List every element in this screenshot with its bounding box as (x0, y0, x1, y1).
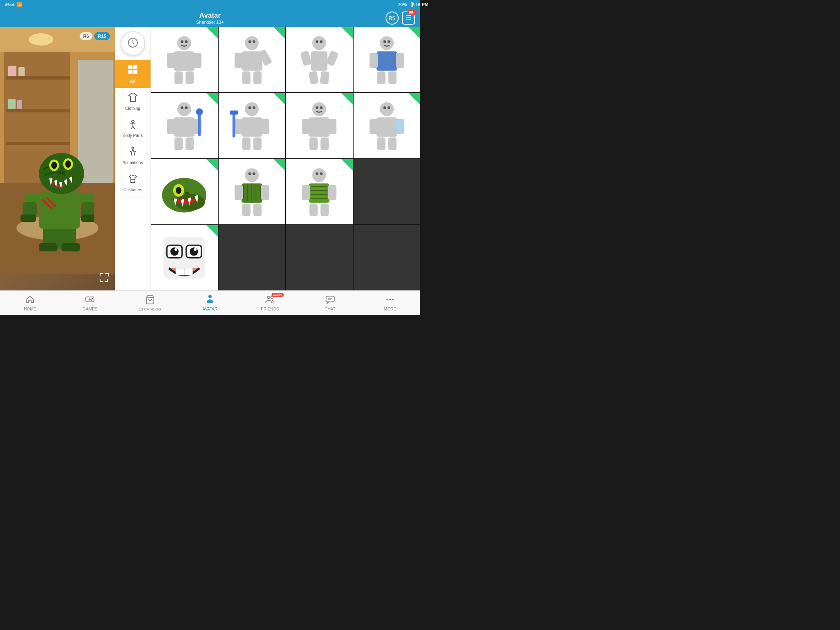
category-body-parts[interactable]: Body Parts (115, 115, 151, 142)
avatar-preview: R6 R15 (0, 27, 115, 290)
category-clothing[interactable]: Clothing (115, 88, 151, 115)
svg-rect-106 (232, 113, 235, 137)
svg-rect-84 (377, 71, 385, 84)
header: Avatar Sharksie: 13+ RS ☰ 99+ (0, 9, 420, 27)
item-13[interactable] (151, 225, 218, 290)
item-16 (354, 225, 420, 290)
svg-point-178 (92, 298, 93, 299)
svg-point-87 (387, 40, 390, 43)
svg-point-68 (248, 40, 251, 43)
svg-rect-57 (175, 71, 183, 84)
svg-rect-113 (302, 119, 310, 134)
svg-rect-15 (39, 243, 57, 251)
svg-rect-22 (23, 202, 37, 217)
svg-point-108 (248, 106, 251, 109)
category-costumes-label: Costumes (123, 187, 142, 192)
svg-rect-58 (186, 71, 194, 84)
svg-rect-17 (62, 243, 80, 251)
item-1[interactable] (151, 27, 218, 92)
item-4[interactable] (354, 27, 420, 92)
svg-point-170 (190, 247, 198, 256)
svg-rect-43 (128, 70, 132, 74)
svg-point-118 (320, 106, 323, 109)
item-5[interactable] (151, 93, 218, 158)
animations-icon (128, 146, 138, 159)
svg-rect-101 (241, 117, 262, 137)
svg-point-117 (316, 106, 319, 109)
item-8[interactable] (354, 93, 420, 158)
item-9[interactable] (151, 159, 218, 224)
svg-point-109 (252, 106, 255, 109)
item-3[interactable] (286, 27, 353, 92)
category-all[interactable]: All (115, 60, 151, 88)
svg-point-150 (248, 172, 251, 175)
item-7[interactable] (286, 93, 353, 158)
category-animations[interactable]: Animations (115, 142, 151, 169)
svg-rect-112 (309, 117, 330, 137)
friends-icon: 11370 (265, 294, 275, 306)
svg-point-86 (383, 40, 386, 43)
svg-rect-184 (326, 296, 334, 302)
avatar-icon (205, 294, 215, 306)
nav-chat[interactable]: CHAT (300, 292, 360, 314)
svg-rect-125 (388, 137, 396, 150)
item-11[interactable] (286, 159, 353, 224)
all-icon (127, 64, 139, 77)
item-2[interactable] (219, 27, 285, 92)
nav-catalog[interactable]: 13 CATALOG (120, 292, 180, 314)
category-costumes[interactable]: Costumes (115, 169, 151, 196)
recent-icon (127, 37, 139, 50)
robux-button[interactable]: RS (386, 11, 399, 25)
nav-more[interactable]: MORE (360, 292, 420, 314)
notif-icon-symbol: ☰ (406, 14, 411, 22)
notifications-button[interactable]: ☰ 99+ (402, 11, 415, 25)
svg-point-39 (62, 171, 65, 173)
svg-rect-91 (167, 119, 175, 134)
svg-rect-159 (302, 185, 310, 200)
svg-rect-85 (388, 71, 396, 84)
items-grid (151, 27, 420, 290)
svg-rect-10 (17, 100, 22, 109)
svg-rect-8 (18, 67, 25, 76)
category-body-parts-label: Body Parts (123, 133, 143, 138)
svg-rect-102 (235, 119, 243, 134)
item-6[interactable] (219, 93, 285, 158)
nav-games[interactable]: GAMES (60, 292, 120, 314)
svg-point-139 (245, 168, 259, 182)
svg-rect-5 (6, 109, 70, 112)
svg-point-179 (91, 299, 92, 300)
nav-home[interactable]: HOME (0, 292, 60, 314)
svg-point-60 (185, 40, 188, 43)
item-10[interactable] (219, 159, 285, 224)
svg-point-59 (181, 40, 184, 43)
svg-rect-107 (230, 110, 238, 114)
category-recent[interactable] (121, 31, 145, 56)
nav-more-label: MORE (384, 307, 396, 311)
category-sidebar: All Clothing Body Parts (115, 27, 151, 290)
svg-point-38 (58, 171, 61, 173)
nav-avatar-label: AVATAR (202, 307, 217, 311)
category-all-label: All (130, 79, 135, 84)
svg-rect-55 (167, 53, 175, 68)
svg-point-53 (177, 36, 191, 50)
svg-point-37 (65, 160, 71, 168)
svg-rect-4 (6, 76, 70, 80)
r6-button[interactable]: R6 (80, 32, 93, 40)
svg-point-97 (181, 106, 184, 109)
item-14 (219, 225, 285, 290)
games-icon (85, 294, 95, 306)
svg-rect-66 (242, 71, 250, 84)
svg-point-62 (245, 36, 259, 50)
svg-rect-18 (39, 192, 80, 229)
svg-point-163 (316, 172, 319, 175)
svg-rect-44 (133, 70, 137, 74)
more-icon (385, 294, 395, 306)
svg-point-2 (29, 33, 53, 46)
expand-button[interactable] (98, 272, 110, 285)
battery-label: 70% (398, 2, 407, 7)
nav-friends[interactable]: 11370 FRIENDS (240, 292, 300, 314)
svg-rect-72 (311, 51, 328, 71)
r15-button[interactable]: R15 (94, 32, 110, 40)
nav-avatar[interactable]: AVATAR (180, 292, 240, 314)
nav-catalog-label: 13 CATALOG (139, 307, 161, 311)
